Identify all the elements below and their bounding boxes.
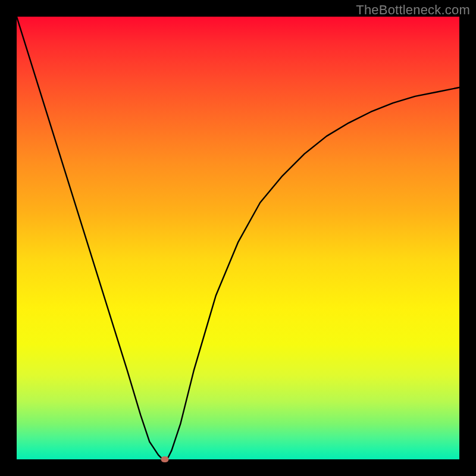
minimum-marker	[161, 456, 169, 462]
bottleneck-curve-path	[17, 17, 459, 459]
chart-frame: TheBottleneck.com	[0, 0, 476, 476]
plot-area	[17, 17, 459, 459]
curve-svg	[17, 17, 459, 459]
watermark-text: TheBottleneck.com	[356, 2, 470, 18]
